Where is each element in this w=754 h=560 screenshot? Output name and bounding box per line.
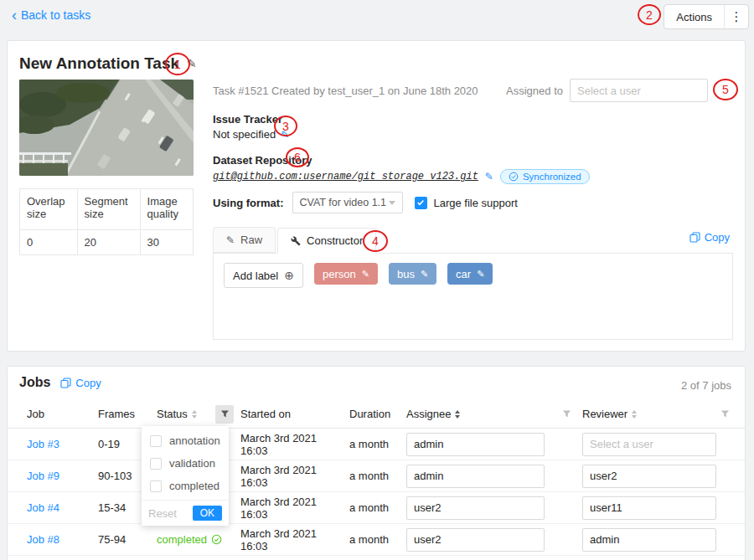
column-label[interactable]: Assignee (406, 408, 451, 420)
task-meta-line: Task #1521 Created by test_user_1 on Jun… (213, 85, 478, 97)
tab-raw[interactable]: ✎ Raw (213, 227, 276, 253)
job-row: Job #8 75-94 completed March 3rd 2021 16… (8, 524, 745, 556)
job-link[interactable]: Job #8 (27, 533, 59, 546)
format-select[interactable]: CVAT for video 1.1 (292, 192, 403, 213)
filter-option-label: validation (169, 457, 215, 470)
sync-status-badge: Synchronized (500, 169, 590, 184)
column-reviewer: Reviewer (576, 405, 734, 424)
reviewer-filter-icon[interactable] (715, 405, 734, 424)
filter-option-annotation[interactable]: annotation (142, 429, 229, 452)
back-link-label: Back to tasks (21, 8, 90, 22)
edit-repository-icon[interactable]: ✎ (485, 171, 493, 182)
reviewer-input[interactable] (582, 433, 716, 456)
edit-label-icon[interactable]: ✎ (421, 269, 428, 280)
column-label[interactable]: Status (157, 408, 188, 420)
wrench-icon (291, 236, 301, 246)
labels-copy-link[interactable]: Copy (689, 231, 730, 244)
assignee-input[interactable] (406, 496, 545, 520)
job-link[interactable]: Job #4 (27, 501, 59, 514)
checkbox-checked-icon[interactable] (415, 197, 427, 209)
sort-icon[interactable] (632, 410, 637, 419)
label-tag-text: person (323, 268, 356, 280)
task-preview-image (19, 80, 194, 176)
label-tag-car[interactable]: car ✎ (447, 263, 493, 285)
jobs-table: Job Frames Status Started on Duration As… (8, 400, 745, 556)
labels-constructor-panel: Add label ⊕ person ✎ bus ✎ car ✎ (213, 253, 733, 340)
filter-ok-button[interactable]: OK (193, 506, 222, 521)
back-to-tasks-link[interactable]: ‹ Back to tasks (12, 8, 90, 22)
assignee-input[interactable] (406, 433, 545, 456)
filter-option-label: completed (169, 480, 219, 492)
reviewer-input[interactable] (582, 528, 716, 552)
job-frames: 75-94 (91, 533, 150, 546)
label-tag-bus[interactable]: bus ✎ (389, 263, 436, 285)
job-row: Job #3 0-19 March 3rd 2021 16:03 a month (8, 429, 745, 460)
label-tag-text: car (456, 268, 471, 280)
copy-label: Copy (705, 231, 730, 244)
status-filter-icon[interactable] (215, 405, 234, 424)
job-link[interactable]: Job #9 (27, 470, 59, 482)
column-frames: Frames (91, 408, 150, 420)
assignee-select-input[interactable] (570, 79, 708, 102)
filter-reset-button[interactable]: Reset (148, 507, 177, 520)
tab-constructor[interactable]: Constructor (277, 228, 376, 254)
label-tag-text: bus (397, 268, 415, 280)
large-file-support-checkbox-row[interactable]: Large file support (415, 197, 518, 209)
plus-circle-icon: ⊕ (284, 269, 294, 282)
chevron-down-icon (389, 201, 395, 205)
annotation-circle-6: 6 (286, 147, 309, 167)
actions-button-label[interactable]: Actions (664, 11, 724, 23)
param-value-quality: 30 (140, 230, 193, 255)
reviewer-input[interactable] (582, 496, 716, 520)
actions-button[interactable]: Actions ⋮ (664, 4, 749, 29)
assignee-filter-icon[interactable] (557, 405, 576, 424)
job-status-completed: completed (157, 533, 222, 546)
repository-url[interactable]: git@github.com:username/git_storage_v123… (213, 171, 478, 182)
add-label-button[interactable]: Add label ⊕ (224, 263, 303, 288)
issue-tracker-label: Issue Tracker (213, 113, 282, 126)
column-duration: Duration (343, 408, 400, 420)
checkbox-unchecked[interactable] (150, 435, 162, 447)
job-row: Job #4 15-34 March 3rd 2021 16:03 a mont… (8, 492, 745, 524)
param-value-overlap: 0 (20, 230, 78, 255)
annotation-circle-3: 3 (274, 116, 297, 136)
job-duration: a month (343, 501, 400, 514)
back-chevron-icon: ‹ (12, 9, 17, 21)
tab-raw-label: Raw (240, 234, 262, 246)
copy-label: Copy (75, 377, 101, 389)
annotation-circle-4: 4 (363, 230, 388, 252)
job-duration: a month (343, 533, 400, 546)
task-details-card: New Annotation Task ✎ (7, 40, 746, 352)
edit-label-icon[interactable]: ✎ (477, 269, 484, 280)
jobs-count: 2 of 7 jobs (681, 379, 731, 392)
sort-icon[interactable] (455, 410, 460, 419)
job-link[interactable]: Job #3 (27, 438, 59, 450)
column-label[interactable]: Reviewer (582, 408, 627, 420)
param-header: Segment size (77, 189, 140, 230)
filter-option-validation[interactable]: validation (142, 452, 229, 475)
jobs-copy-link[interactable]: Copy (60, 377, 101, 389)
add-label-button-text: Add label (233, 270, 278, 282)
reviewer-input[interactable] (582, 465, 716, 488)
check-circle-icon (211, 534, 222, 545)
checkbox-unchecked[interactable] (150, 480, 162, 492)
annotation-circle-1: 1 (165, 53, 190, 75)
label-tag-person[interactable]: person ✎ (314, 263, 378, 285)
assignee-input[interactable] (406, 528, 545, 552)
copy-icon (689, 232, 700, 243)
kebab-menu-icon[interactable]: ⋮ (725, 9, 748, 24)
job-duration: a month (343, 438, 400, 450)
column-job: Job (20, 408, 91, 420)
column-started: Started on (234, 408, 343, 420)
checkbox-unchecked[interactable] (150, 458, 162, 470)
check-circle-icon (509, 172, 519, 182)
issue-tracker-value: Not specified (213, 128, 276, 141)
task-parameters-table: Overlap size Segment size Image quality … (19, 188, 194, 255)
assignee-input[interactable] (406, 465, 545, 488)
edit-label-icon[interactable]: ✎ (362, 269, 369, 280)
job-started: March 3rd 2021 16:03 (234, 464, 343, 489)
sort-icon[interactable] (192, 410, 197, 419)
jobs-title: Jobs (19, 375, 50, 390)
annotation-circle-2: 2 (638, 4, 661, 25)
filter-option-completed[interactable]: completed (142, 475, 229, 497)
